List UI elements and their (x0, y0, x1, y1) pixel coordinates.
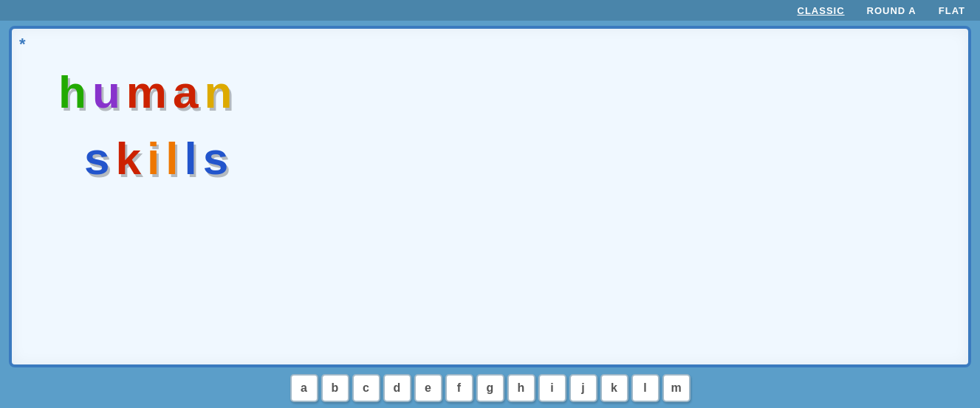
tile-a[interactable]: a (290, 374, 318, 402)
letter-a[interactable]: a (171, 69, 200, 115)
letter-tiles: a b c d e f g h i j k l m (290, 374, 691, 402)
star-icon: * (19, 35, 26, 54)
whiteboard: * h u m a n s k i l l s (9, 26, 971, 367)
tile-e[interactable]: e (414, 374, 442, 402)
tile-h[interactable]: h (507, 374, 535, 402)
letter-m[interactable]: m (124, 69, 169, 115)
tile-m[interactable]: m (662, 374, 691, 402)
letter-s2[interactable]: s (201, 136, 230, 181)
tile-c[interactable]: c (352, 374, 380, 402)
tile-k[interactable]: k (600, 374, 628, 402)
letter-s1[interactable]: s (82, 136, 112, 181)
letter-l1[interactable]: l (163, 136, 180, 181)
tile-d[interactable]: d (383, 374, 411, 402)
nav-flat[interactable]: FLAT (939, 5, 965, 16)
letter-u[interactable]: u (90, 69, 123, 115)
tile-j[interactable]: j (569, 374, 597, 402)
letter-l2[interactable]: l (182, 136, 199, 181)
letter-i[interactable]: i (145, 136, 162, 181)
word-human: h u m a n (56, 69, 236, 115)
word-skills: s k i l l s (82, 136, 232, 181)
tile-g[interactable]: g (476, 374, 504, 402)
tile-l[interactable]: l (631, 374, 659, 402)
letter-h[interactable]: h (56, 69, 89, 115)
tile-f[interactable]: f (445, 374, 473, 402)
letter-n[interactable]: n (202, 69, 234, 115)
nav-classic[interactable]: CLASSIC (798, 5, 845, 16)
top-navigation: CLASSIC ROUND A FLAT (0, 0, 980, 21)
nav-round-a[interactable]: ROUND A (867, 5, 916, 16)
tile-b[interactable]: b (321, 374, 349, 402)
letter-k[interactable]: k (113, 136, 143, 181)
tile-i[interactable]: i (538, 374, 566, 402)
